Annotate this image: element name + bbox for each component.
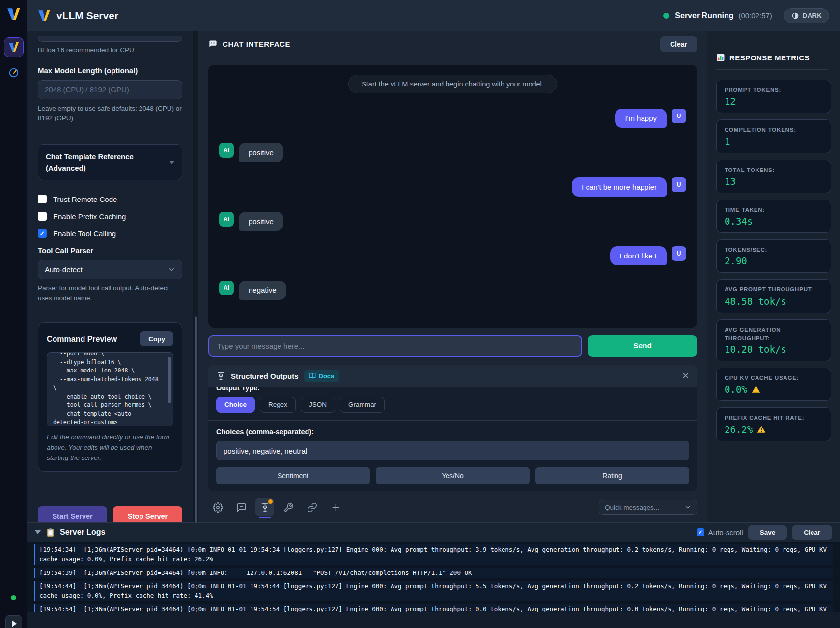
rail-item-server[interactable]	[4, 37, 24, 57]
chat-message-row: AIpositive	[219, 143, 686, 162]
link-tool-button[interactable]	[303, 498, 321, 516]
command-preview-header: Command Preview Copy	[47, 331, 173, 346]
checkbox-row-enable-prefix-caching[interactable]: Enable Prefix Caching	[38, 212, 182, 221]
chevron-down-icon	[684, 504, 691, 511]
stop-server-button[interactable]: Stop Server	[113, 506, 182, 522]
max-model-length-input[interactable]	[38, 80, 182, 99]
wrench-icon	[283, 502, 294, 513]
log-entry: [19:54:39] [1;36m(APIServer pid=34464) […	[34, 568, 833, 579]
dtype-select-cutoff[interactable]	[38, 36, 182, 42]
metric-card-avg-prompt-throughput-: AVG PROMPT THROUGHPUT:48.58 tok/s	[716, 279, 831, 313]
checkbox-row-enable-tool-calling[interactable]: ✓Enable Tool Calling	[38, 229, 182, 238]
command-preview-help: Edit the command directly or use the for…	[47, 432, 173, 463]
checkbox-unchecked[interactable]	[38, 212, 47, 221]
checkbox-checked[interactable]: ✓	[38, 229, 47, 238]
output-type-regex[interactable]: Regex	[260, 397, 296, 413]
message-bubble: positive	[239, 143, 283, 162]
rail-status-dot	[11, 595, 16, 600]
choices-input[interactable]	[216, 441, 689, 460]
copy-command-button[interactable]: Copy	[140, 331, 173, 346]
message-bubble: negative	[239, 281, 286, 300]
metric-card-avg-generation-throughput-: AVG GENERATION THROUGHPUT:10.20 tok/s	[716, 319, 831, 362]
preset-yes-no[interactable]: Yes/No	[376, 467, 530, 484]
metric-label: TIME TAKEN:	[725, 206, 823, 214]
checkbox-row-trust-remote-code[interactable]: Trust Remote Code	[38, 195, 182, 203]
ai-avatar: AI	[219, 212, 234, 227]
response-metrics-panel: RESPONSE METRICS PROMPT TOKENS:12COMPLET…	[707, 31, 840, 522]
settings-tool-button[interactable]	[208, 498, 227, 516]
send-button[interactable]: Send	[588, 335, 697, 357]
panel-scrollbar-thumb[interactable]	[195, 316, 197, 523]
quick-messages-placeholder: Quick messages...	[605, 504, 684, 511]
message-bubble: I'm happy	[615, 109, 667, 128]
metric-card-completion-tokens-: COMPLETION TOKENS:1	[716, 119, 831, 153]
tools-tool-button[interactable]	[279, 498, 298, 516]
structured-outputs-header: Structured Outputs Docs ✕	[208, 365, 697, 387]
chat-title-group: CHAT INTERFACE	[208, 39, 290, 49]
bar-chart-icon	[716, 53, 725, 62]
autoscroll-toggle[interactable]: ✓ Auto-scroll	[697, 528, 743, 537]
structured-outputs-tool-button[interactable]	[255, 498, 274, 516]
chat-message-row: AInegative	[219, 281, 686, 300]
save-logs-button[interactable]: Save	[748, 525, 787, 540]
autoscroll-label: Auto-scroll	[708, 528, 743, 537]
autoscroll-checkbox[interactable]: ✓	[697, 528, 704, 536]
server-logs-title: Server Logs	[60, 528, 105, 537]
code-scrollbar[interactable]	[168, 357, 171, 403]
settings-checkbox-list: Trust Remote CodeEnable Prefix Caching✓E…	[38, 195, 182, 238]
metric-value: 13	[725, 176, 823, 187]
command-preview-editor[interactable]: --port 8000 \ --dtype bfloat16 \ --max-m…	[47, 352, 173, 426]
chat-template-reference-label: Chat Template Reference (Advanced)	[46, 151, 169, 173]
collapse-icon[interactable]	[35, 530, 41, 534]
system-notice: Start the vLLM server and begin chatting…	[348, 75, 557, 93]
metric-value: 2.90	[725, 256, 823, 266]
message-input[interactable]	[208, 335, 582, 357]
server-buttons-row: Start Server Stop Server	[38, 506, 182, 522]
output-type-choice[interactable]: Choice	[216, 397, 255, 413]
docs-link[interactable]: Docs	[304, 370, 339, 382]
server-status-dot	[663, 13, 669, 19]
start-server-button[interactable]: Start Server	[38, 506, 107, 522]
metric-card-prompt-tokens-: PROMPT TOKENS:12	[716, 80, 831, 113]
metric-label: COMPLETION TOKENS:	[725, 126, 823, 134]
half-moon-icon	[791, 12, 799, 20]
checkbox-unchecked[interactable]	[38, 195, 47, 203]
quick-messages-select[interactable]: Quick messages...	[599, 500, 697, 515]
command-preview-title: Command Preview	[47, 335, 117, 343]
response-metrics-title: RESPONSE METRICS	[729, 54, 810, 62]
divider	[716, 69, 828, 70]
content-row: BFloat16 recommended for CPU Max Model L…	[27, 31, 840, 522]
user-avatar: U	[672, 177, 686, 192]
preset-rating[interactable]: Rating	[535, 467, 689, 484]
message-bubble: positive	[239, 212, 283, 231]
clear-chat-button[interactable]: Clear	[660, 36, 697, 52]
choice-preset-buttons: SentimentYes/NoRating	[216, 467, 689, 484]
add-tool-button[interactable]	[326, 498, 345, 516]
clear-logs-button[interactable]: Clear	[792, 525, 832, 540]
metric-card-gpu-kv-cache-usage-: GPU KV CACHE USAGE:0.0%	[716, 368, 831, 401]
theme-toggle-button[interactable]: DARK	[784, 8, 829, 23]
server-logs-body[interactable]: [19:54:34] [1;36m(APIServer pid=34464) […	[27, 542, 840, 612]
preset-sentiment[interactable]: Sentiment	[216, 467, 370, 484]
server-status-label: Server Running	[675, 11, 733, 20]
tool-call-parser-value: Auto-detect	[45, 265, 168, 274]
panel-scrollbar[interactable]	[193, 31, 198, 522]
metric-value: 0.0%	[725, 384, 823, 395]
vllm-logo-icon	[8, 42, 19, 52]
chat-template-reference-toggle[interactable]: Chat Template Reference (Advanced)	[38, 144, 182, 180]
chat-options-tool-button[interactable]	[232, 498, 251, 516]
warning-icon	[757, 425, 766, 434]
vllm-logo-icon	[38, 10, 51, 22]
chat-message-row: I'm happyU	[219, 109, 686, 128]
top-header: vLLM Server Server Running (00:02:57) DA…	[27, 0, 840, 31]
close-icon[interactable]: ✕	[682, 371, 689, 380]
chat-title: CHAT INTERFACE	[223, 40, 290, 48]
chevron-down-icon	[169, 161, 174, 164]
rail-item-dashboard[interactable]	[4, 63, 24, 83]
output-type-grammar[interactable]: Grammar	[340, 397, 385, 413]
tool-call-parser-select[interactable]: Auto-detect	[38, 260, 182, 279]
log-entry: [19:54:54] [1;36m(APIServer pid=34464) […	[34, 604, 833, 612]
output-type-json[interactable]: JSON	[301, 397, 335, 413]
max-model-length-help: Leave empty to use safe defaults: 2048 (…	[38, 104, 182, 123]
expand-panel-button[interactable]	[5, 615, 22, 628]
